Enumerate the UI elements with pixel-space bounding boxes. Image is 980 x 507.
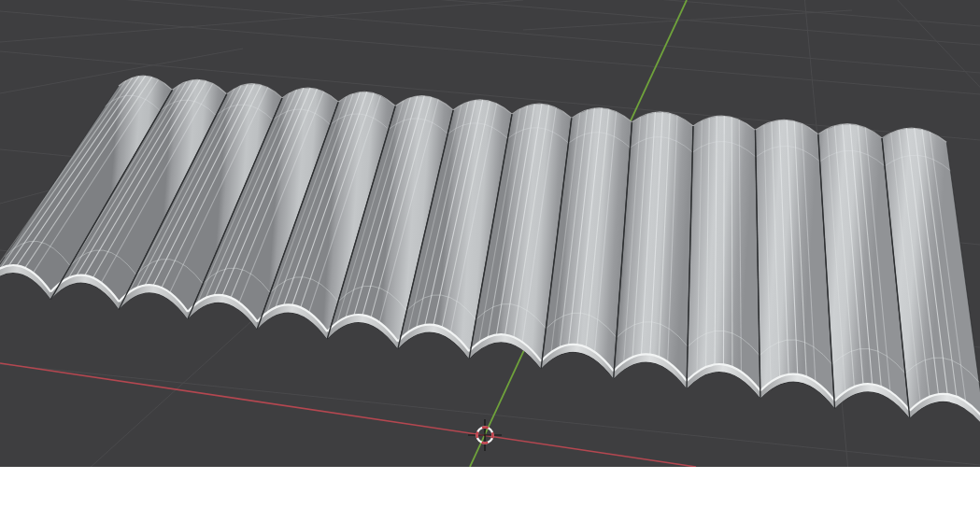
screenshot-stage [0, 0, 980, 507]
bottom-white-strip [0, 467, 980, 507]
wireframe-edge [731, 117, 732, 366]
viewport-canvas[interactable] [0, 0, 980, 467]
viewport-3d[interactable] [0, 0, 980, 467]
wireframe-edge [723, 116, 724, 364]
